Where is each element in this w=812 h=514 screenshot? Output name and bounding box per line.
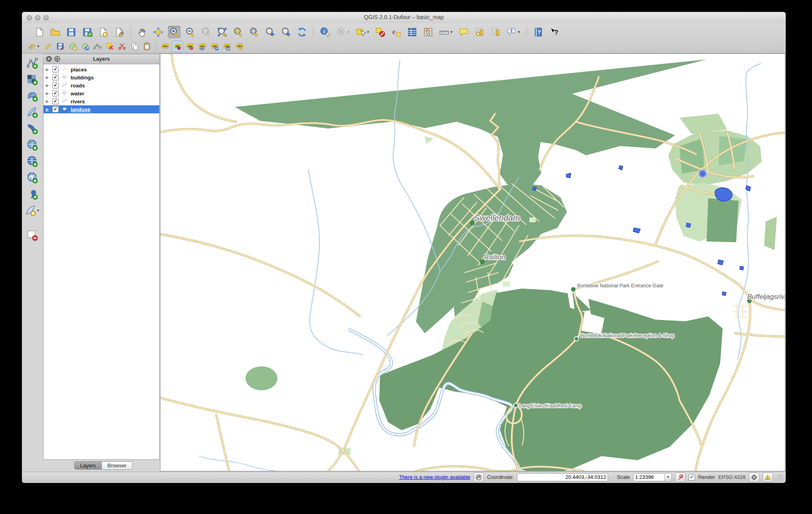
- map-tips-button[interactable]: [457, 26, 470, 38]
- expand-arrow-icon[interactable]: ▶: [46, 91, 50, 95]
- composer-manager-button[interactable]: [113, 26, 125, 38]
- scale-combobox[interactable]: ▼: [633, 473, 672, 482]
- add-feature-button[interactable]: [67, 41, 78, 51]
- save-project-as-button[interactable]: [81, 26, 93, 38]
- dropdown-arrow-icon[interactable]: ▼: [366, 30, 370, 34]
- zoom-out-button[interactable]: [184, 26, 196, 38]
- expand-arrow-icon[interactable]: ▶: [46, 75, 50, 79]
- measure-line-button[interactable]: ▼: [438, 26, 454, 38]
- identify-features-button[interactable]: i: [319, 26, 331, 38]
- show-hide-labels-button[interactable]: abc: [197, 41, 207, 51]
- open-attribute-table-button[interactable]: [406, 26, 418, 38]
- zoom-last-button[interactable]: [264, 26, 276, 38]
- zoom-to-selection-button[interactable]: [232, 26, 244, 38]
- panel-float-icon[interactable]: ❐: [54, 56, 60, 62]
- coordinate-input[interactable]: [517, 473, 608, 481]
- current-edits-button[interactable]: ▼: [27, 41, 41, 51]
- zoom-next-button[interactable]: [280, 26, 292, 38]
- new-shapefile-layer-button[interactable]: ▼: [24, 204, 41, 217]
- layer-item-water[interactable]: ▶✓water: [44, 89, 159, 97]
- scale-dropdown-icon[interactable]: ▼: [665, 473, 672, 482]
- dropdown-arrow-icon[interactable]: ▼: [37, 209, 40, 212]
- log-messages-button[interactable]: [762, 472, 773, 482]
- zoom-native-button[interactable]: 1:1: [200, 26, 212, 38]
- expand-arrow-icon[interactable]: ▶: [46, 107, 50, 111]
- add-mssql-layer-button[interactable]: [25, 122, 39, 135]
- layer-visibility-checkbox[interactable]: ✓: [52, 74, 59, 81]
- cut-features-button[interactable]: [117, 41, 127, 51]
- pan-map-button[interactable]: [136, 26, 149, 38]
- expand-arrow-icon[interactable]: ▶: [46, 67, 50, 71]
- node-tool-button[interactable]: [92, 41, 103, 51]
- zoom-in-button[interactable]: [168, 26, 180, 38]
- open-project-button[interactable]: [49, 26, 61, 38]
- render-checkbox[interactable]: ✓: [689, 474, 695, 480]
- add-delimited-text-layer-button[interactable]: [25, 187, 39, 201]
- add-spatialite-layer-button[interactable]: [25, 105, 39, 119]
- refresh-map-button[interactable]: [296, 26, 308, 38]
- expand-arrow-icon[interactable]: ▶: [46, 83, 50, 87]
- layer-visibility-checkbox[interactable]: ✓: [52, 106, 59, 113]
- new-print-composer-button[interactable]: [97, 26, 109, 38]
- select-features-button[interactable]: ▼: [355, 26, 370, 38]
- dropdown-arrow-icon[interactable]: ▼: [347, 30, 350, 34]
- select-by-expression-button[interactable]: ε: [390, 26, 402, 38]
- resize-grip[interactable]: [777, 474, 782, 480]
- new-project-button[interactable]: [33, 26, 46, 38]
- layer-visibility-checkbox[interactable]: ✓: [52, 98, 59, 105]
- remove-layer-button[interactable]: [25, 228, 39, 242]
- move-feature-button[interactable]: [80, 41, 90, 51]
- layer-item-roads[interactable]: ▶✓roads: [44, 81, 159, 89]
- dock-tab-browser[interactable]: Browser: [102, 461, 133, 470]
- show-bookmarks-button[interactable]: [489, 26, 502, 38]
- add-raster-layer-button[interactable]: [25, 73, 39, 86]
- add-postgis-layer-button[interactable]: [25, 89, 39, 103]
- new-bookmark-button[interactable]: [473, 26, 486, 38]
- layer-item-buildings[interactable]: ▶✓buildings: [44, 73, 159, 81]
- new-plugin-link[interactable]: There is a new plugin available: [399, 474, 470, 480]
- paste-features-button[interactable]: [142, 41, 152, 51]
- save-project-button[interactable]: [65, 26, 77, 38]
- dropdown-arrow-icon[interactable]: ▼: [37, 45, 40, 48]
- toggle-editing-button[interactable]: [43, 41, 53, 51]
- layer-visibility-checkbox[interactable]: ✓: [52, 90, 59, 97]
- plugin-icon[interactable]: [473, 472, 484, 482]
- dock-tab-layers[interactable]: Layers: [74, 461, 102, 470]
- text-annotation-button[interactable]: T▼: [505, 26, 521, 38]
- layer-item-rivers[interactable]: ▶✓rivers: [44, 97, 159, 105]
- deselect-features-button[interactable]: [374, 26, 386, 38]
- add-wfs-layer-button[interactable]: [25, 171, 39, 184]
- expand-arrow-icon[interactable]: ▶: [46, 99, 50, 103]
- highlight-pinned-labels-button[interactable]: ab: [184, 41, 195, 51]
- pin-unpin-labels-button[interactable]: ab: [172, 41, 182, 51]
- titlebar[interactable]: QGIS 2.0.1-Dufour – basic_map: [22, 12, 786, 24]
- add-wms-layer-button[interactable]: [25, 138, 39, 152]
- dropdown-arrow-icon[interactable]: ▼: [450, 30, 453, 34]
- add-vector-layer-button[interactable]: [25, 56, 39, 70]
- panel-close-icon[interactable]: ×: [46, 56, 52, 62]
- save-layer-edits-button[interactable]: [55, 41, 65, 51]
- layer-labeling-options-button[interactable]: abc: [160, 41, 170, 51]
- whats-this-button[interactable]: ?: [548, 26, 560, 38]
- stop-rendering-button[interactable]: [675, 472, 685, 482]
- rotate-label-button[interactable]: abc: [222, 41, 232, 51]
- change-label-button[interactable]: abc: [234, 41, 244, 51]
- crs-status-button[interactable]: [749, 472, 759, 482]
- map-canvas[interactable]: Swellendam Railton Bontebok National Par…: [160, 54, 785, 471]
- layer-visibility-checkbox[interactable]: ✓: [52, 66, 59, 73]
- add-wcs-layer-button[interactable]: [25, 154, 39, 168]
- move-label-button[interactable]: abc: [209, 41, 220, 51]
- zoom-to-layer-button[interactable]: [248, 26, 260, 38]
- layer-item-landuse[interactable]: ▶✓landuse: [44, 105, 159, 113]
- zoom-full-button[interactable]: [216, 26, 228, 38]
- field-calculator-button[interactable]: [422, 26, 434, 38]
- dropdown-arrow-icon[interactable]: ▼: [517, 30, 521, 34]
- scale-input[interactable]: [633, 473, 665, 481]
- delete-selected-button[interactable]: [105, 41, 115, 51]
- layers-panel-header[interactable]: × ❐ Layers: [43, 54, 160, 64]
- run-feature-action-button[interactable]: ▼: [335, 26, 351, 38]
- help-contents-button[interactable]: ?: [532, 26, 545, 38]
- copy-features-button[interactable]: [129, 41, 140, 51]
- layer-item-places[interactable]: ▶✓places: [44, 65, 159, 73]
- pan-to-selection-button[interactable]: [152, 26, 164, 38]
